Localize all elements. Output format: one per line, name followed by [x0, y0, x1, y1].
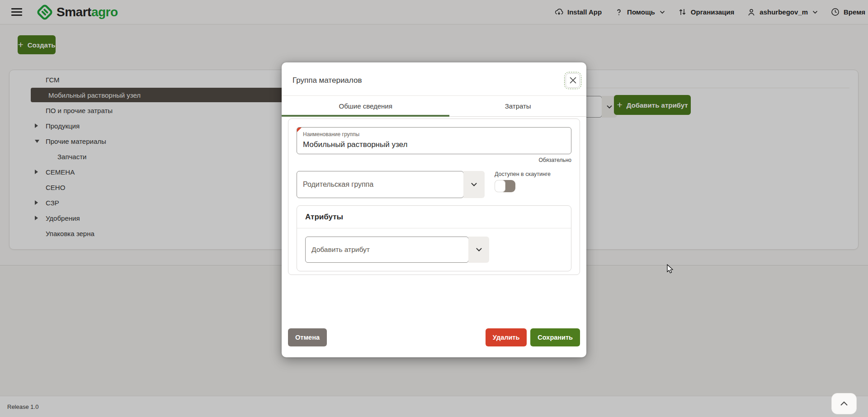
scroll-to-top-button[interactable] [831, 393, 857, 414]
chevron-up-icon [840, 401, 848, 406]
tab-general-info[interactable]: Обшие сведения [282, 96, 449, 116]
dialog-title: Группа материалов [292, 76, 362, 85]
scouting-toggle[interactable] [495, 180, 515, 192]
add-attribute-field[interactable]: Добавить атрибут [305, 237, 469, 263]
parent-group-combobox: Родительская группа [297, 171, 485, 198]
delete-button[interactable]: Удалить [486, 328, 527, 346]
parent-group-field[interactable]: Родительская группа [297, 171, 464, 198]
required-marker [297, 128, 302, 132]
group-name-value: Мобильный растворный узел [303, 140, 407, 149]
group-name-input[interactable]: Наименование группы Мобильный растворный… [297, 127, 571, 154]
chevron-down-icon [476, 247, 482, 252]
add-attribute-combobox: Добавить атрибут [305, 237, 489, 263]
close-icon [570, 77, 576, 84]
save-button[interactable]: Сохранить [530, 328, 580, 346]
chevron-down-icon [471, 182, 477, 187]
scouting-toggle-group: Доступен в скаутинге [495, 171, 551, 192]
dialog-footer: Отмена Удалить Сохранить [288, 328, 580, 357]
dialog-tabs: Обшие сведения Затраты [282, 96, 586, 117]
parent-group-chevron-button[interactable] [463, 171, 485, 198]
add-attribute-chevron-button[interactable] [468, 237, 489, 263]
dialog-header: Группа материалов [282, 62, 586, 96]
attributes-card: Атрибуты Добавить атрибут [297, 205, 571, 271]
material-group-dialog: Группа материалов Обшие сведения Затраты… [282, 62, 586, 357]
toggle-thumb [495, 180, 505, 192]
tab-costs[interactable]: Затраты [449, 96, 586, 116]
required-hint: Обязательно [297, 157, 571, 163]
general-info-panel: Наименование группы Мобильный растворный… [288, 118, 580, 275]
cancel-button[interactable]: Отмена [288, 328, 327, 346]
scouting-label: Доступен в скаутинге [495, 171, 551, 177]
attributes-title: Атрибуты [297, 206, 571, 228]
group-name-label: Наименование группы [303, 131, 359, 137]
close-button[interactable] [566, 73, 580, 88]
